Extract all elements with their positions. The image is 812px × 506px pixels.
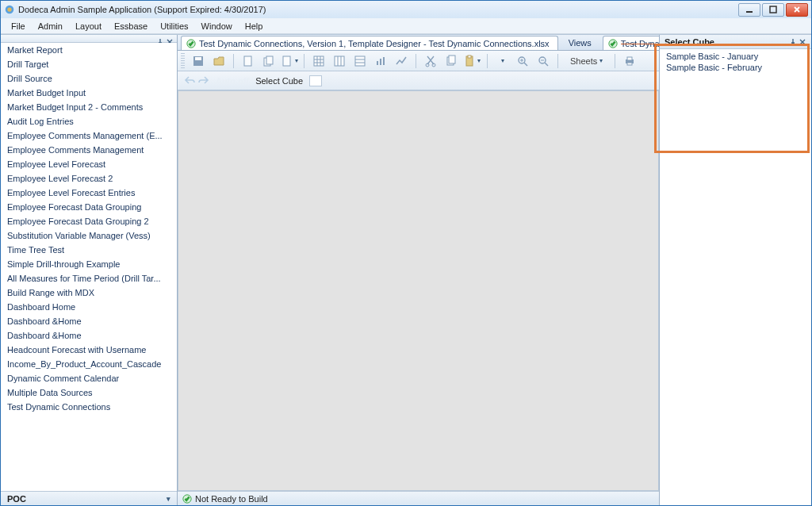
sidebar-item[interactable]: Dynamic Comment Calendar bbox=[1, 371, 177, 385]
save-icon[interactable] bbox=[190, 52, 207, 70]
chart-icon[interactable] bbox=[372, 52, 389, 70]
sidebar-footer-label: POC bbox=[7, 494, 26, 504]
views-label[interactable]: Views bbox=[557, 36, 603, 49]
design-canvas[interactable] bbox=[178, 90, 659, 491]
svg-rect-13 bbox=[335, 56, 344, 66]
close-button[interactable] bbox=[786, 3, 808, 17]
secondary-toolbar: Auto off Select Cube bbox=[178, 71, 659, 90]
cube-list-item[interactable]: Sample Basic - January bbox=[660, 51, 811, 62]
menu-layout[interactable]: Layout bbox=[70, 20, 107, 33]
sidebar-item[interactable]: Simple Drill-through Example bbox=[1, 257, 177, 271]
sidebar-item[interactable]: Audit Log Entries bbox=[1, 114, 177, 128]
grid3-icon[interactable] bbox=[351, 52, 369, 70]
sidebar-item[interactable]: All Measures for Time Period (Drill Tar.… bbox=[1, 271, 177, 286]
sidebar-item[interactable]: Drill Target bbox=[1, 57, 177, 71]
sidebar-item[interactable]: Multiple Data Sources bbox=[1, 385, 177, 400]
svg-rect-7 bbox=[195, 57, 201, 60]
sidebar-item[interactable]: Employee Forecast Data Grouping bbox=[1, 200, 177, 214]
select-cube-dropdown[interactable] bbox=[309, 75, 322, 86]
print-icon[interactable] bbox=[621, 52, 638, 70]
sidebar-item[interactable]: Dashboard Home bbox=[1, 300, 177, 314]
cube-list[interactable]: Sample Basic - JanuarySample Basic - Feb… bbox=[660, 49, 811, 505]
copy-icon[interactable] bbox=[442, 52, 460, 70]
titlebar: Dodeca Admin Sample Application (Support… bbox=[1, 1, 811, 18]
right-panel-header: Select Cube bbox=[660, 35, 811, 49]
sidebar-item[interactable]: Employee Level Forecast bbox=[1, 157, 177, 171]
paste-icon[interactable] bbox=[463, 52, 481, 70]
check-icon bbox=[186, 39, 196, 48]
sidebar-item[interactable]: Time Tree Test bbox=[1, 243, 177, 257]
undo-icon[interactable] bbox=[184, 75, 195, 87]
maximize-button[interactable] bbox=[762, 3, 784, 17]
right-panel-title: Select Cube bbox=[665, 37, 714, 47]
zoom-out-icon[interactable] bbox=[534, 52, 552, 70]
svg-point-1 bbox=[7, 7, 11, 11]
sidebar-list[interactable]: Market ReportDrill TargetDrill SourceMar… bbox=[1, 43, 177, 491]
pin-icon[interactable] bbox=[156, 35, 164, 43]
new-sheet-icon[interactable] bbox=[239, 52, 257, 70]
app-icon bbox=[4, 4, 15, 15]
auto-off-label: Auto off bbox=[216, 76, 249, 86]
tab-label: Test Dynamic Connections bbox=[621, 39, 659, 48]
pin-icon[interactable] bbox=[789, 38, 797, 46]
chart2-icon[interactable] bbox=[393, 52, 410, 70]
open-icon[interactable] bbox=[210, 52, 228, 70]
chevron-down-icon: ▾ bbox=[167, 495, 170, 503]
minimize-button[interactable] bbox=[738, 3, 760, 17]
sidebar-item[interactable]: Dashboard &Home bbox=[1, 328, 177, 343]
grid2-icon[interactable] bbox=[331, 52, 348, 70]
menu-utilities[interactable]: Utilities bbox=[155, 20, 193, 33]
svg-rect-23 bbox=[468, 56, 471, 58]
zoom-in-icon[interactable] bbox=[514, 52, 531, 70]
status-text: Not Ready to Build bbox=[195, 494, 268, 504]
toolbar-grip bbox=[181, 53, 185, 69]
sidebar-item[interactable]: Employee Comments Management bbox=[1, 143, 177, 157]
sheet-options-icon[interactable] bbox=[281, 52, 298, 70]
check-icon bbox=[608, 39, 618, 48]
menu-help[interactable]: Help bbox=[239, 20, 269, 33]
sidebar-item[interactable]: Employee Level Forecast 2 bbox=[1, 171, 177, 186]
tab-label: Test Dynamic Connections, Version 1, Tem… bbox=[199, 39, 550, 48]
right-panel: Select Cube Sample Basic - JanuarySample… bbox=[659, 35, 811, 505]
sidebar-header bbox=[1, 35, 177, 43]
cut-icon[interactable] bbox=[422, 52, 439, 70]
sidebar-item[interactable]: Employee Comments Management (E... bbox=[1, 128, 177, 143]
menu-admin[interactable]: Admin bbox=[33, 20, 68, 33]
sidebar-item[interactable]: Employee Forecast Data Grouping 2 bbox=[1, 214, 177, 228]
sidebar-item[interactable]: Employee Level Forecast Entries bbox=[1, 186, 177, 200]
sidebar-close-icon[interactable] bbox=[166, 35, 174, 43]
menu-essbase[interactable]: Essbase bbox=[109, 20, 153, 33]
menu-file[interactable]: File bbox=[6, 20, 31, 33]
menu-window[interactable]: Window bbox=[196, 20, 238, 33]
panel-close-icon[interactable] bbox=[799, 38, 806, 46]
tab-dynamic-connections[interactable]: Test Dynamic Connections × bbox=[603, 36, 659, 50]
sidebar-item[interactable]: Substitution Variable Manager (Vess) bbox=[1, 228, 177, 243]
tab-template-designer[interactable]: Test Dynamic Connections, Version 1, Tem… bbox=[181, 36, 558, 50]
svg-rect-21 bbox=[449, 56, 455, 63]
sidebar-item[interactable]: Market Budget Input 2 - Comments bbox=[1, 100, 177, 114]
svg-rect-14 bbox=[355, 56, 365, 66]
svg-rect-8 bbox=[244, 56, 251, 66]
sidebar-item[interactable]: Test Dynamic Connections bbox=[1, 400, 177, 414]
sidebar-item[interactable]: Market Report bbox=[1, 43, 177, 57]
sidebar-item[interactable]: Build Range with MDX bbox=[1, 286, 177, 300]
sheets-dropdown[interactable]: Sheets bbox=[564, 56, 609, 66]
sidebar-footer[interactable]: POC ▾ bbox=[1, 491, 177, 505]
svg-rect-27 bbox=[627, 57, 632, 60]
zoom-dropdown[interactable] bbox=[493, 52, 511, 70]
sidebar-item[interactable]: Dashboard &Home bbox=[1, 314, 177, 328]
sidebar-item[interactable]: Headcount Forecast with Username bbox=[1, 343, 177, 357]
svg-rect-10 bbox=[266, 56, 273, 64]
status-check-icon bbox=[182, 494, 192, 504]
sidebar-item[interactable]: Drill Source bbox=[1, 71, 177, 86]
toolbar: Sheets bbox=[178, 51, 659, 71]
duplicate-sheet-icon[interactable] bbox=[260, 52, 278, 70]
sidebar-item[interactable]: Income_By_Product_Account_Cascade bbox=[1, 357, 177, 371]
cube-list-item[interactable]: Sample Basic - February bbox=[660, 62, 811, 73]
svg-rect-12 bbox=[314, 56, 324, 66]
svg-rect-2 bbox=[746, 11, 753, 13]
grid-icon[interactable] bbox=[310, 52, 327, 70]
status-bar: Not Ready to Build bbox=[178, 491, 659, 505]
redo-icon[interactable] bbox=[198, 75, 209, 87]
sidebar-item[interactable]: Market Budget Input bbox=[1, 86, 177, 100]
